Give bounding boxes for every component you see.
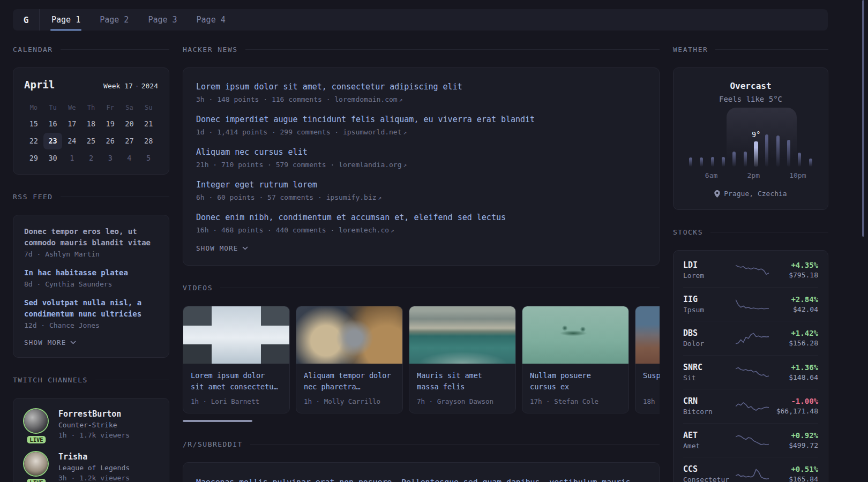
- weather-time-tick: [780, 171, 789, 179]
- weather-time-tick: [806, 171, 816, 179]
- page-scrollbar-thumb[interactable]: [862, 0, 864, 237]
- hacker-news-meta-text: 16h · 468 points · 440 comments ·: [196, 226, 339, 234]
- videos-scrollbar-thumb[interactable]: [183, 420, 252, 422]
- stock-symbol-link[interactable]: LDI: [683, 260, 736, 270]
- stock-symbol-link[interactable]: DBS: [683, 328, 736, 338]
- subreddit-widget: /R/SUBREDDIT Maecenas mollis pulvinar er…: [183, 440, 660, 482]
- calendar-day-header: Th: [81, 100, 101, 115]
- hacker-news-title-link[interactable]: Donec imperdiet augue tincidunt felis al…: [196, 114, 646, 125]
- stock-price: $165.84: [769, 475, 818, 482]
- middle-column: HACKER NEWS Lorem ipsum dolor sit amet, …: [183, 46, 660, 482]
- video-card-body: Lorem ipsum dolor sit amet consectetu…1h…: [183, 364, 289, 413]
- hacker-news-domain-link[interactable]: ipsumworld.net: [343, 128, 402, 136]
- chevron-down-icon: [70, 341, 76, 344]
- hacker-news-title-link[interactable]: Donec enim nibh, condimentum et accumsan…: [196, 212, 646, 223]
- video-thumbnail-canoe-fog[interactable]: [522, 306, 628, 364]
- video-thumbnail-towers-sky-cross[interactable]: [183, 306, 289, 364]
- video-thumbnail-foggy-field[interactable]: [635, 306, 660, 364]
- hacker-news-show-more-button[interactable]: SHOW MORE: [196, 244, 646, 252]
- calendar-day-header: Su: [139, 100, 158, 115]
- avatar[interactable]: [24, 409, 48, 433]
- right-column: WEATHER Overcast Feels like 5°C 9° 6am2p…: [673, 46, 828, 482]
- video-thumbnail-boat-wake-sea[interactable]: [409, 306, 515, 364]
- hacker-news-domain-link[interactable]: loremlandia.org: [339, 161, 401, 169]
- weather-bar: [711, 157, 714, 167]
- stock-name: Lorem: [683, 272, 736, 280]
- tab-page-1[interactable]: Page 1: [51, 9, 80, 31]
- weather-time-tick: [769, 171, 779, 179]
- weather-bar: [722, 157, 725, 167]
- stock-id-block: CRNBitcorn: [683, 396, 736, 416]
- hacker-news-meta-text: 3h · 148 points · 116 comments ·: [196, 95, 334, 103]
- hacker-news-title-link[interactable]: Integer eget rutrum lorem: [196, 179, 646, 191]
- stock-row: CRNBitcorn-1.00%$66,171.48: [683, 389, 818, 423]
- weather-hour-slot: [707, 111, 718, 167]
- rss-show-more-button[interactable]: SHOW MORE: [24, 338, 158, 347]
- rss-item-title-link[interactable]: Donec tempor eros leo, ut commodo mauris…: [24, 226, 158, 248]
- hacker-news-meta-text: 1d · 1,414 points · 299 comments ·: [196, 128, 343, 136]
- stock-name: Sit: [683, 374, 736, 382]
- rss-feed-item: In hac habitasse platea8d · Cynthia Saun…: [24, 267, 158, 288]
- stock-symbol-link[interactable]: SNRC: [683, 363, 736, 372]
- hacker-news-meta: 16h · 468 points · 440 comments · loremt…: [196, 226, 646, 234]
- twitch-viewers-meta: 3h · 1.2k viewers: [58, 474, 130, 482]
- hacker-news-domain-link[interactable]: loremdomain.com: [334, 95, 397, 103]
- hacker-news-title-link[interactable]: Lorem ipsum dolor sit amet, consectetur …: [196, 81, 646, 93]
- weather-hour-slot: 9°: [751, 111, 761, 167]
- weather-time-tick: 6am: [705, 171, 717, 179]
- video-title-link[interactable]: Suspendisse diam: [643, 370, 660, 393]
- weather-hour-slot: [696, 111, 707, 167]
- stocks-widget: STOCKS LDILorem+4.35%$795.18IIGIpsum+2.8…: [673, 228, 828, 482]
- calendar-day-header: Fr: [101, 100, 120, 115]
- hacker-news-title-link[interactable]: Aliquam nec cursus elit: [196, 146, 646, 158]
- app-logo: G: [13, 9, 40, 31]
- stock-name: Dolor: [683, 340, 736, 348]
- stock-change-percent: -1.00%: [769, 397, 818, 405]
- stock-symbol-link[interactable]: AET: [683, 431, 736, 440]
- calendar-day: 22: [24, 133, 43, 149]
- stock-symbol-link[interactable]: CRN: [683, 396, 736, 406]
- twitch-channel-name-link[interactable]: Trisha: [58, 452, 130, 462]
- stock-price: $499.72: [769, 441, 818, 449]
- video-title-link[interactable]: Lorem ipsum dolor sit amet consectetu…: [191, 370, 282, 393]
- rss-feed-item: Sed volutpat nulla nisl, a condimentum n…: [24, 297, 158, 329]
- video-thumbnail-vintage-camera-hands[interactable]: [296, 306, 402, 364]
- weather-time-tick: [760, 171, 769, 179]
- weather-time-ticks: 6am2pm10pm: [684, 171, 817, 179]
- video-title-link[interactable]: Mauris sit amet massa felis: [417, 370, 508, 393]
- video-author-meta: 1h · Lori Barnett: [191, 397, 282, 405]
- video-card: Nullam posuere cursus ex17h · Stefan Col…: [522, 306, 629, 413]
- video-author-meta: 7h · Grayson Dawson: [417, 397, 508, 405]
- hacker-news-domain-link[interactable]: loremtech.co: [339, 226, 389, 234]
- stock-row: IIGIpsum+2.84%$42.04: [683, 287, 818, 321]
- hacker-news-meta: 3h · 148 points · 116 comments · loremdo…: [196, 95, 646, 103]
- tab-page-2[interactable]: Page 2: [100, 9, 129, 31]
- stock-symbol-link[interactable]: IIG: [683, 295, 736, 304]
- rss-item-title-link[interactable]: Sed volutpat nulla nisl, a condimentum n…: [24, 297, 158, 320]
- twitch-channel-info: ForrestBurtonCounter-Strike1h · 1.7k vie…: [58, 409, 130, 439]
- tab-page-3[interactable]: Page 3: [148, 9, 177, 31]
- chevron-down-icon: [242, 246, 248, 250]
- video-title-link[interactable]: Aliquam tempor dolor nec pharetra…: [304, 370, 395, 393]
- hacker-news-domain-link[interactable]: ipsumify.biz: [326, 193, 377, 201]
- stock-name: Bitcorn: [683, 408, 736, 416]
- rss-card: Donec tempor eros leo, ut commodo mauris…: [13, 215, 169, 358]
- calendar-section-title: CALENDAR: [13, 46, 169, 54]
- stock-change-percent: +1.42%: [769, 329, 818, 337]
- hacker-news-meta: 6h · 60 points · 57 comments · ipsumify.…: [196, 193, 646, 201]
- video-card-body: Mauris sit amet massa felis7h · Grayson …: [409, 364, 515, 413]
- rss-item-title-link[interactable]: In hac habitasse platea: [24, 267, 158, 278]
- avatar[interactable]: [24, 452, 48, 476]
- calendar-week-year: Week 17·2024: [103, 82, 158, 90]
- twitch-channel-name-link[interactable]: ForrestBurton: [58, 409, 130, 419]
- video-title-link[interactable]: Nullam posuere cursus ex: [530, 370, 621, 393]
- weather-location-label: Prague, Czechia: [724, 190, 787, 198]
- calendar-year-label: 2024: [141, 82, 158, 90]
- weather-bar: [700, 157, 703, 167]
- stock-symbol-link[interactable]: CCS: [683, 464, 736, 474]
- weather-bar: [689, 157, 692, 167]
- subreddit-post-title-link[interactable]: Maecenas mollis pulvinar erat non posuer…: [196, 476, 646, 482]
- tab-page-4[interactable]: Page 4: [197, 9, 226, 31]
- calendar-day: 17: [62, 116, 81, 132]
- weather-section-title: WEATHER: [673, 46, 828, 54]
